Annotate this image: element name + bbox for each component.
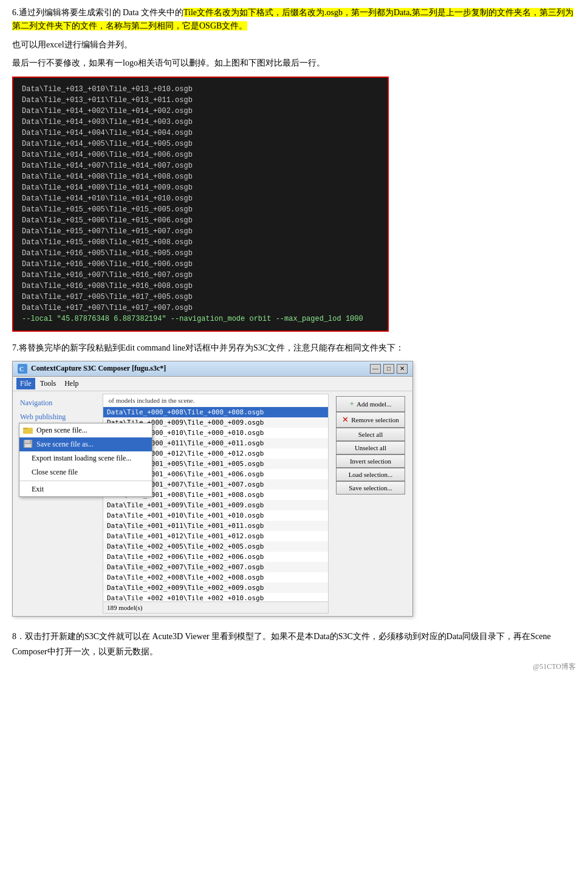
window-title: ContextCapture S3C Composer [fugu.s3c*] xyxy=(31,364,166,373)
last-line-tip: 最后一行不要修改，如果有一logo相关语句可以删掉。如上图和下图对比最后一行。 xyxy=(12,57,576,70)
folder-open-icon xyxy=(23,426,34,434)
exit-item[interactable]: Exit xyxy=(19,482,152,496)
code-line: Data\Tile_+014_+010\Tile_+014_+010.osgb xyxy=(22,193,379,204)
add-model-button[interactable]: +Add model... xyxy=(336,396,405,412)
section-6-header: 6.通过列编辑将要生成索引的 Data 文件夹中的Tile文件名改为如下格式，后… xyxy=(12,6,576,33)
save-icon xyxy=(23,440,34,448)
remove-selection-button[interactable]: ✕Remove selection xyxy=(336,412,405,428)
status-bar: 189 model(s) xyxy=(103,601,328,613)
list-item[interactable]: Data\Tile_+001_+011\Tile_+001_+011.osgb xyxy=(103,521,328,531)
list-item[interactable]: Data\Tile_+000_+008\Tile_+000_+008.osgb xyxy=(103,407,328,417)
section-8: 8．双击打开新建的S3C文件就可以在 Acute3D Viewer 里看到模型了… xyxy=(12,629,576,659)
maximize-button[interactable]: □ xyxy=(383,364,394,374)
save-scene-file-as-item[interactable]: Save scene file as... xyxy=(19,437,152,451)
list-item[interactable]: Data\Tile_+001_+009\Tile_+001_+009.osgb xyxy=(103,500,328,510)
code-line: Data\Tile_+014_+002\Tile_+014_+002.osgb xyxy=(22,106,379,117)
code-line: Data\Tile_+013_+011\Tile_+013_+011.osgb xyxy=(22,95,379,106)
titlebar: C ContextCapture S3C Composer [fugu.s3c*… xyxy=(13,361,412,377)
right-buttons: +Add model...✕Remove selectionSelect all… xyxy=(331,394,410,614)
close-button[interactable]: ✕ xyxy=(397,364,408,374)
minimize-button[interactable]: — xyxy=(370,364,381,374)
code-line: Data\Tile_+017_+005\Tile_+017_+005.osgb xyxy=(22,292,379,303)
code-line: Data\Tile_+014_+006\Tile_+014_+006.osgb xyxy=(22,149,379,160)
section-8-text: 8．双击打开新建的S3C文件就可以在 Acute3D Viewer 里看到模型了… xyxy=(12,632,551,656)
list-item[interactable]: Data\Tile_+002_+006\Tile_+002_+006.osgb xyxy=(103,552,328,562)
list-item[interactable]: Data\Tile_+002_+007\Tile_+002_+007.osgb xyxy=(103,562,328,572)
code-line: Data\Tile_+016_+006\Tile_+016_+006.osgb xyxy=(22,259,379,270)
section-7-header: 7.将替换完毕的新字段粘贴到Edit command line对话框中并另存为S… xyxy=(12,341,576,355)
svg-text:C: C xyxy=(19,366,24,372)
open-scene-file-item[interactable]: Open scene file... xyxy=(19,423,152,437)
cmd-line: --local "45.87876348 6.887382194" --navi… xyxy=(22,313,379,324)
select-all-button[interactable]: Select all xyxy=(336,428,405,441)
save-selection-button[interactable]: Save selection... xyxy=(336,481,405,495)
title-left: C ContextCapture S3C Composer [fugu.s3c*… xyxy=(18,364,166,374)
unselect-all-button[interactable]: Unselect all xyxy=(336,441,405,454)
list-item[interactable]: Data\Tile_+002_+010\Tile_+002_+010.osgb xyxy=(103,593,328,601)
excel-tip: 也可以用excel进行编辑合并列。 xyxy=(12,38,576,52)
footer-note: @51CTO博客 xyxy=(12,662,576,672)
code-line: Data\Tile_+015_+007\Tile_+015_+007.osgb xyxy=(22,226,379,237)
code-line: Data\Tile_+015_+006\Tile_+015_+006.osgb xyxy=(22,215,379,226)
close-scene-item[interactable]: Close scene file xyxy=(19,465,152,479)
svg-rect-5 xyxy=(25,440,30,443)
code-line: Data\Tile_+015_+005\Tile_+015_+005.osgb xyxy=(22,204,379,215)
list-item[interactable]: Data\Tile_+002_+005\Tile_+002_+005.osgb xyxy=(103,541,328,552)
list-item[interactable]: Data\Tile_+002_+008\Tile_+002_+008.osgb xyxy=(103,572,328,583)
code-line: Data\Tile_+017_+007\Tile_+017_+007.osgb xyxy=(22,303,379,313)
list-item[interactable]: Data\Tile_+002_+009\Tile_+002_+009.osgb xyxy=(103,583,328,593)
list-item[interactable]: Data\Tile_+001_+012\Tile_+001_+012.osgb xyxy=(103,531,328,541)
code-line: Data\Tile_+014_+004\Tile_+014_+004.osgb xyxy=(22,128,379,139)
code-line: Data\Tile_+014_+009\Tile_+014_+009.osgb xyxy=(22,182,379,193)
menu-separator xyxy=(19,481,152,481)
menu-tools[interactable]: Tools xyxy=(36,378,60,389)
code-line: Data\Tile_+016_+008\Tile_+016_+008.osgb xyxy=(22,281,379,292)
svg-rect-3 xyxy=(23,428,27,429)
sidebar-item-web-publishing[interactable]: Web publishing xyxy=(15,410,100,424)
section-6-number: 6.通过列编辑将要生成索引的 Data 文件夹中的 xyxy=(12,8,183,17)
code-line: Data\Tile_+014_+007\Tile_+014_+007.osgb xyxy=(22,160,379,171)
list-item[interactable]: Data\Tile_+001_+010\Tile_+001_+010.osgb xyxy=(103,510,328,521)
menu-help[interactable]: Help xyxy=(61,378,82,389)
code-line: Data\Tile_+016_+005\Tile_+016_+005.osgb xyxy=(22,248,379,259)
code-line: Data\Tile_+015_+008\Tile_+015_+008.osgb xyxy=(22,237,379,248)
invert-selection-button[interactable]: Invert selection xyxy=(336,454,405,468)
menubar: File Tools Help xyxy=(13,377,412,391)
menu-file[interactable]: File xyxy=(16,378,35,389)
export-scene-item[interactable]: Export instant loading scene file... xyxy=(19,451,152,465)
app-icon: C xyxy=(18,364,27,374)
app-window: C ContextCapture S3C Composer [fugu.s3c*… xyxy=(12,361,413,617)
file-dropdown: Open scene file... Save scene file as...… xyxy=(19,423,152,497)
code-line: Data\Tile_+016_+007\Tile_+016_+007.osgb xyxy=(22,270,379,281)
window-controls[interactable]: — □ ✕ xyxy=(370,364,408,374)
code-line: Data\Tile_+014_+005\Tile_+014_+005.osgb xyxy=(22,139,379,149)
code-line: Data\Tile_+014_+003\Tile_+014_+003.osgb xyxy=(22,117,379,128)
code-line: Data\Tile_+014_+008\Tile_+014_+008.osgb xyxy=(22,171,379,182)
svg-rect-6 xyxy=(25,444,31,447)
code-line: Data\Tile_+013_+010\Tile_+013_+010.osgb xyxy=(22,84,379,95)
dropdown-menu: Open scene file... Save scene file as...… xyxy=(19,423,152,497)
sidebar-item-navigation[interactable]: Navigation xyxy=(15,396,100,410)
load-selection-button[interactable]: Load selection... xyxy=(336,468,405,481)
code-block: Data\Tile_+013_+010\Tile_+013_+010.osgbD… xyxy=(12,77,389,332)
app-layout: Open scene file... Save scene file as...… xyxy=(13,391,412,616)
desc-text: of models included in the scene. xyxy=(103,394,328,407)
